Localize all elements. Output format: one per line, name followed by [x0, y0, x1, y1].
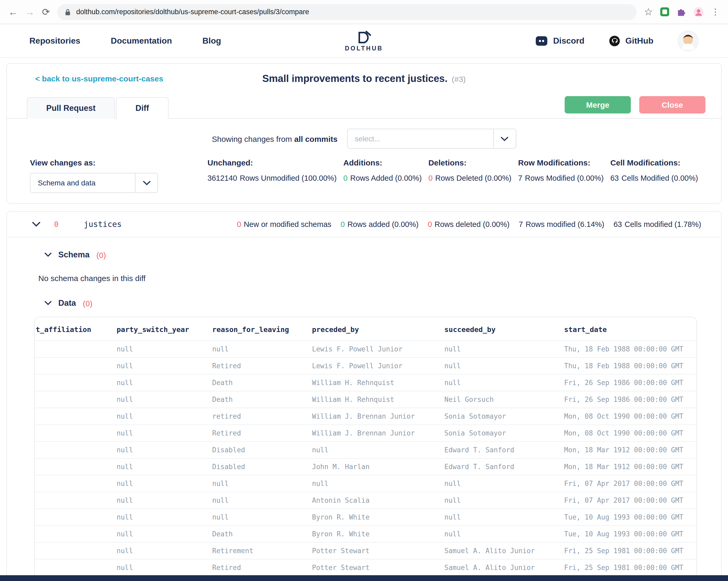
table-cell	[35, 374, 112, 391]
table-cell: Fri, 25 Sep 1981 00:00:00 GMT	[560, 542, 697, 559]
stat-unchanged: Unchanged: 3612140Rows Unmodified (100.0…	[207, 158, 337, 182]
profile-avatar-icon[interactable]	[693, 6, 704, 17]
table-summary-stats: 0New or modified schemas 0Rows added (0.…	[237, 220, 701, 228]
user-avatar[interactable]	[678, 30, 699, 51]
table-cell: null	[440, 475, 560, 492]
table-cell	[35, 357, 112, 374]
stat-deletions: Deletions: 0Rows Deleted (0.00%)	[428, 158, 511, 182]
commit-filter-row: Showing changes from all commits select.…	[7, 129, 721, 149]
view-changes-select[interactable]: Schema and data	[30, 173, 158, 193]
table-cell: null	[440, 341, 560, 357]
table-row: nullDeathByron R. WhitenullTue, 10 Aug 1…	[35, 526, 697, 542]
table-cell	[35, 526, 112, 542]
tab-pull-request[interactable]: Pull Request	[27, 97, 115, 119]
column-header: start_date	[560, 317, 697, 341]
summary-rows-added: 0Rows added (0.00%)	[341, 220, 419, 228]
extensions-puzzle-icon[interactable]	[677, 7, 686, 17]
back-icon[interactable]: ←	[8, 7, 18, 17]
tab-bar: Pull Request Diff Merge Close	[7, 96, 721, 119]
data-section-header[interactable]: Data (0)	[7, 298, 721, 308]
table-row: nullRetiredLewis F. Powell JuniornullThu…	[35, 357, 697, 374]
url-bar[interactable]: dolthub.com/repositories/dolthub/us-supr…	[57, 4, 636, 20]
forward-icon[interactable]: →	[25, 7, 35, 17]
table-cell: Edward T. Sanford	[440, 441, 560, 458]
table-cell: William J. Brennan Junior	[308, 425, 440, 441]
table-cell: Death	[208, 374, 308, 391]
chevron-down-icon[interactable]	[135, 173, 158, 192]
close-button[interactable]: Close	[639, 96, 705, 113]
table-cell: null	[208, 509, 308, 526]
lock-icon[interactable]	[64, 8, 71, 16]
schema-section-header[interactable]: Schema (0)	[7, 250, 721, 259]
table-cell: Fri, 07 Apr 2017 00:00:00 GMT	[560, 475, 697, 492]
bookmark-star-icon[interactable]: ☆	[644, 7, 653, 17]
nav-item-blog[interactable]: Blog	[203, 36, 221, 46]
chevron-down-icon[interactable]	[32, 222, 41, 227]
table-cell: Potter Stewart	[308, 542, 440, 559]
view-changes-control: View changes as: Schema and data	[30, 158, 161, 193]
table-cell: William J. Brennan Junior	[308, 408, 440, 425]
table-cell: Retirement	[208, 542, 308, 559]
column-header: t_affiliation	[35, 317, 112, 341]
table-row: nullnullnullnullFri, 07 Apr 2017 00:00:0…	[35, 475, 697, 492]
column-header: reason_for_leaving	[208, 317, 308, 341]
diff-table-header-row: t_affiliationparty_switch_yearreason_for…	[35, 317, 697, 341]
all-commits-text: all commits	[294, 134, 337, 143]
chevron-down-icon[interactable]	[493, 129, 516, 148]
reload-icon[interactable]: ⟳	[42, 7, 50, 17]
nav-item-discord[interactable]: Discord	[535, 35, 584, 47]
schema-change-badge: 0	[54, 220, 58, 228]
page-content: < back to us-supreme-court-cases Small i…	[0, 63, 728, 581]
table-cell: Disabled	[208, 458, 308, 475]
table-cell: null	[440, 357, 560, 374]
schema-change-count: (0)	[96, 250, 106, 259]
page-title: Small improvements to recent justices.(#…	[7, 73, 721, 84]
table-cell: Thu, 18 Feb 1988 00:00:00 GMT	[560, 341, 697, 357]
commit-select[interactable]: select...	[347, 129, 516, 149]
table-cell: null	[308, 441, 440, 458]
diff-table: t_affiliationparty_switch_yearreason_for…	[35, 317, 697, 576]
table-summary-row[interactable]: 0 justices 0New or modified schemas 0Row…	[7, 212, 721, 237]
browser-window: ← → ⟳ dolthub.com/repositories/dolthub/u…	[0, 0, 728, 581]
merge-button[interactable]: Merge	[565, 96, 631, 113]
table-cell: null	[112, 475, 208, 492]
table-cell	[35, 441, 112, 458]
view-changes-value: Schema and data	[30, 179, 135, 187]
column-header: party_switch_year	[112, 317, 208, 341]
table-cell: William H. Rehnquist	[308, 374, 440, 391]
table-cell: Retired	[208, 357, 308, 374]
data-change-count: (0)	[83, 299, 93, 308]
github-label: GitHub	[625, 36, 653, 46]
table-cell: Samuel A. Alito Junior	[440, 559, 560, 576]
discord-icon	[535, 35, 548, 47]
table-cell: null	[208, 341, 308, 357]
table-cell: retired	[208, 408, 308, 425]
browser-chrome: ← → ⟳ dolthub.com/repositories/dolthub/u…	[0, 0, 728, 24]
nav-item-github[interactable]: GitHub	[608, 35, 653, 47]
schema-section-title: Schema	[58, 250, 89, 259]
extension-icon[interactable]	[660, 7, 669, 16]
chevron-down-icon[interactable]	[45, 301, 51, 305]
nav-item-repositories[interactable]: Repositories	[29, 36, 80, 46]
diff-stats-row: View changes as: Schema and data Unchang…	[7, 158, 721, 193]
dolthub-logo[interactable]: DOLTHUB	[345, 30, 383, 51]
menu-kebab-icon[interactable]: ⋮	[711, 8, 720, 16]
table-cell: Death	[208, 391, 308, 408]
pr-action-buttons: Merge Close	[565, 96, 705, 118]
table-cell	[35, 559, 112, 576]
chevron-down-icon[interactable]	[45, 253, 51, 257]
site-navbar: Repositories Documentation Blog DOLTHUB	[0, 24, 728, 58]
table-cell	[35, 458, 112, 475]
table-cell: null	[112, 374, 208, 391]
table-name: justices	[84, 220, 122, 229]
nav-item-documentation[interactable]: Documentation	[111, 36, 172, 46]
summary-cells-modified: 63Cells modified (1.78%)	[614, 220, 701, 228]
tab-diff[interactable]: Diff	[116, 97, 168, 119]
summary-rows-deleted: 0Rows deleted (0.00%)	[428, 220, 510, 228]
diff-sections: Schema (0) No schema changes in this dif…	[7, 237, 721, 581]
table-cell: Retired	[208, 425, 308, 441]
table-cell: null	[112, 357, 208, 374]
table-row: nullDisabledJohn M. HarlanEdward T. Sanf…	[35, 458, 697, 475]
view-changes-label: View changes as:	[30, 158, 161, 167]
table-cell: null	[208, 475, 308, 492]
